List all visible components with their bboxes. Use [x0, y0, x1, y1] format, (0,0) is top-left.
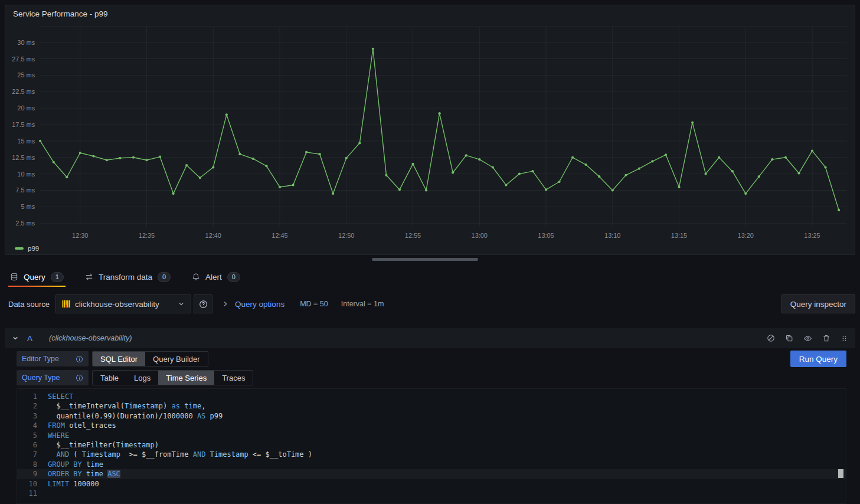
- svg-text:12:45: 12:45: [272, 232, 287, 239]
- max-data-points-value: MD = 50: [300, 300, 328, 308]
- timeseries-chart[interactable]: 2.5 ms5 ms7.5 ms10 ms12.5 ms15 ms17.5 ms…: [5, 5, 855, 254]
- datasource-help-button[interactable]: [194, 294, 212, 313]
- datasource-picker[interactable]: clickhouse-observability: [55, 294, 191, 313]
- copy-icon[interactable]: [785, 334, 793, 342]
- query-options-link[interactable]: Query options: [235, 300, 285, 309]
- query-type-label-text: Query Type: [22, 374, 60, 382]
- horizontal-scrollbar-thumb[interactable]: [372, 258, 478, 261]
- code-text: LIMIT 100000: [48, 479, 99, 489]
- svg-text:10 ms: 10 ms: [17, 171, 35, 178]
- svg-text:12:40: 12:40: [205, 232, 221, 239]
- code-text: GROUP BY time: [48, 460, 103, 469]
- info-circle-icon[interactable]: [76, 374, 83, 382]
- query-inspector-button[interactable]: Query inspector: [781, 294, 855, 313]
- legend-series-swatch: [15, 247, 24, 250]
- trash-icon[interactable]: [822, 334, 830, 342]
- svg-text:13:15: 13:15: [671, 232, 687, 239]
- query-row-header: A (clickhouse-observability): [5, 328, 855, 348]
- chevron-right-icon[interactable]: [222, 300, 229, 307]
- code-line: 10LIMIT 100000: [17, 479, 846, 489]
- svg-text:2.5 ms: 2.5 ms: [15, 220, 35, 227]
- tab-label: Transform data: [99, 273, 152, 282]
- clickhouse-logo-icon: [62, 300, 70, 308]
- svg-text:12:50: 12:50: [338, 232, 354, 239]
- query-ref-id[interactable]: A: [27, 334, 32, 343]
- line-number: 1: [17, 392, 37, 401]
- line-number: 11: [17, 489, 37, 498]
- explore-tabs: Query1Transform data0Alert0: [8, 267, 242, 287]
- query-type-row: Query Type TableLogsTime SeriesTraces: [17, 369, 846, 386]
- active-tab-underline: [8, 286, 66, 287]
- tab-count-badge: 1: [51, 272, 64, 282]
- line-number: 8: [17, 460, 37, 469]
- query-type-table[interactable]: Table: [93, 371, 126, 385]
- line-number: 10: [17, 479, 37, 489]
- query-type-traces[interactable]: Traces: [214, 371, 253, 385]
- grafana-explore-page: { "panel": { "title": "Service Performan…: [0, 0, 860, 504]
- code-text: quantile(0.99)(Duration)/1000000 AS p99: [48, 411, 223, 421]
- query-editor-row: A (clickhouse-observability) Editor Type…: [5, 328, 855, 504]
- tab-count-badge: 0: [227, 272, 240, 282]
- tab-label: Alert: [205, 273, 222, 282]
- line-number: 4: [17, 421, 37, 430]
- svg-text:25 ms: 25 ms: [17, 71, 35, 78]
- drag-handle-icon[interactable]: [841, 335, 848, 342]
- tab-alert[interactable]: Alert0: [190, 267, 242, 287]
- editor-type-label-text: Editor Type: [22, 355, 59, 363]
- tab-query[interactable]: Query1: [8, 267, 66, 287]
- code-line: 11: [17, 489, 846, 498]
- editor-type-query-builder[interactable]: Query Builder: [145, 352, 207, 366]
- query-type-time-series[interactable]: Time Series: [158, 371, 214, 385]
- bell-icon: [192, 273, 200, 281]
- svg-text:13:10: 13:10: [604, 232, 620, 239]
- editor-type-row: Editor Type SQL EditorQuery Builder Run …: [17, 351, 846, 367]
- code-line: 4FROM otel_traces: [17, 421, 846, 430]
- svg-text:15 ms: 15 ms: [17, 138, 35, 145]
- svg-text:13:05: 13:05: [538, 232, 554, 239]
- code-line: 8GROUP BY time: [17, 460, 846, 469]
- editor-type-switch: SQL EditorQuery Builder: [92, 351, 208, 366]
- editor-cursor-marker: [838, 469, 843, 478]
- code-text: SELECT: [48, 392, 73, 401]
- tab-label: Query: [24, 273, 45, 282]
- timeseries-panel: Service Performance - p99 2.5 ms5 ms7.5 …: [5, 5, 855, 255]
- line-number: 3: [17, 411, 37, 421]
- svg-text:17.5 ms: 17.5 ms: [12, 121, 35, 128]
- tab-transform-data[interactable]: Transform data0: [83, 267, 172, 287]
- database-icon: [10, 273, 18, 281]
- disable-icon[interactable]: [767, 334, 775, 342]
- tab-count-badge: 0: [158, 272, 171, 282]
- sql-editor[interactable]: 1SELECT2 $__timeInterval(Timestamp) as t…: [17, 388, 846, 504]
- query-type-logs[interactable]: Logs: [126, 371, 158, 385]
- collapse-query-icon[interactable]: [12, 335, 19, 342]
- query-options-summary[interactable]: Query options MD = 50 Interval = 1m: [222, 300, 781, 309]
- question-circle-icon: [199, 300, 208, 309]
- code-line: 1SELECT: [17, 392, 846, 401]
- run-query-button[interactable]: Run Query: [790, 351, 846, 367]
- svg-text:20 ms: 20 ms: [17, 104, 35, 112]
- line-number: 7: [17, 450, 37, 459]
- code-line: 7 AND ( Timestamp >= $__fromTime AND Tim…: [17, 450, 846, 459]
- code-line: 3 quantile(0.99)(Duration)/1000000 AS p9…: [17, 411, 846, 421]
- query-actions: [767, 334, 848, 343]
- eye-icon[interactable]: [803, 334, 812, 343]
- code-text: WHERE: [48, 431, 69, 440]
- datasource-toolbar: Data source clickhouse-observability Que…: [5, 294, 855, 313]
- svg-text:30 ms: 30 ms: [17, 39, 35, 46]
- code-line: 5WHERE: [17, 431, 846, 440]
- datasource-picker-value: clickhouse-observability: [75, 300, 173, 309]
- svg-text:7.5 ms: 7.5 ms: [15, 186, 35, 194]
- chart-legend[interactable]: p99: [15, 245, 39, 252]
- datasource-label: Data source: [8, 300, 50, 309]
- info-circle-icon[interactable]: [76, 355, 83, 363]
- code-line: 2 $__timeInterval(Timestamp) as time,: [17, 401, 846, 411]
- interval-value: Interval = 1m: [341, 300, 384, 308]
- code-text: $__timeFilter(Timestamp): [48, 440, 159, 450]
- svg-text:13:25: 13:25: [804, 232, 820, 239]
- query-type-switch: TableLogsTime SeriesTraces: [92, 370, 253, 385]
- code-line: 9ORDER BY time ASC: [17, 469, 846, 479]
- editor-type-sql-editor[interactable]: SQL Editor: [93, 352, 145, 366]
- sql-code: 1SELECT2 $__timeInterval(Timestamp) as t…: [17, 392, 846, 498]
- svg-text:12:30: 12:30: [72, 232, 88, 239]
- code-text: $__timeInterval(Timestamp) as time,: [48, 401, 205, 411]
